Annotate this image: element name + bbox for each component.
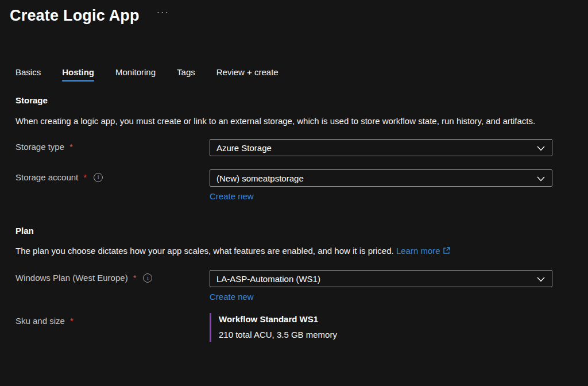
- create-logic-app-blade: Create Logic App ··· Basics Hosting Moni…: [0, 0, 588, 386]
- sku-name: Workflow Standard WS1: [219, 314, 552, 324]
- storage-section-description: When creating a logic app, you must crea…: [16, 114, 547, 128]
- windows-plan-row: Windows Plan (West Europe)* i LA-ASP-Aut…: [16, 270, 572, 302]
- windows-plan-value: LA-ASP-Automation (WS1): [216, 274, 320, 284]
- sku-summary: Workflow Standard WS1 210 total ACU, 3.5…: [210, 313, 552, 342]
- blade-header: Create Logic App ···: [0, 0, 588, 25]
- storage-account-label: Storage account* i: [16, 169, 210, 182]
- sku-row: Sku and size* Workflow Standard WS1 210 …: [16, 313, 572, 342]
- sku-detail: 210 total ACU, 3.5 GB memory: [219, 330, 552, 339]
- required-asterisk: *: [133, 273, 137, 283]
- learn-more-link[interactable]: Learn more: [396, 246, 450, 256]
- storage-type-value: Azure Storage: [216, 143, 272, 153]
- info-icon[interactable]: i: [94, 173, 103, 182]
- wizard-tabs: Basics Hosting Monitoring Tags Review + …: [16, 67, 572, 82]
- chevron-down-icon: [537, 146, 545, 151]
- required-asterisk: *: [83, 172, 87, 182]
- plan-description-text: The plan you choose dictates how your ap…: [16, 246, 394, 256]
- chevron-down-icon: [537, 176, 545, 182]
- plan-section-description: The plan you choose dictates how your ap…: [16, 244, 547, 258]
- storage-account-row: Storage account* i (New) someatpstorage …: [16, 169, 572, 201]
- storage-section-heading: Storage: [16, 95, 572, 105]
- windows-plan-label: Windows Plan (West Europe)* i: [16, 270, 210, 283]
- sku-label: Sku and size*: [16, 313, 210, 326]
- blade-content: Basics Hosting Monitoring Tags Review + …: [0, 67, 588, 342]
- tab-hosting[interactable]: Hosting: [62, 67, 94, 82]
- more-options-icon[interactable]: ···: [157, 8, 169, 17]
- info-icon[interactable]: i: [143, 273, 152, 283]
- tab-monitoring[interactable]: Monitoring: [115, 67, 156, 82]
- required-asterisk: *: [69, 142, 73, 152]
- tab-tags[interactable]: Tags: [177, 67, 195, 82]
- tab-basics[interactable]: Basics: [16, 67, 41, 82]
- windows-plan-create-new-link[interactable]: Create new: [210, 292, 254, 302]
- plan-section-heading: Plan: [16, 226, 572, 236]
- external-link-icon: [443, 247, 450, 254]
- storage-account-value: (New) someatpstorage: [216, 173, 304, 183]
- storage-type-row: Storage type* Azure Storage: [16, 139, 572, 156]
- storage-type-dropdown[interactable]: Azure Storage: [210, 139, 552, 156]
- page-title: Create Logic App: [10, 7, 140, 25]
- storage-type-label: Storage type*: [16, 139, 210, 152]
- storage-account-create-new-link[interactable]: Create new: [210, 191, 254, 201]
- windows-plan-dropdown[interactable]: LA-ASP-Automation (WS1): [210, 270, 552, 287]
- chevron-down-icon: [537, 277, 545, 282]
- required-asterisk: *: [70, 316, 74, 326]
- tab-review-create[interactable]: Review + create: [216, 67, 278, 82]
- storage-account-dropdown[interactable]: (New) someatpstorage: [210, 169, 552, 187]
